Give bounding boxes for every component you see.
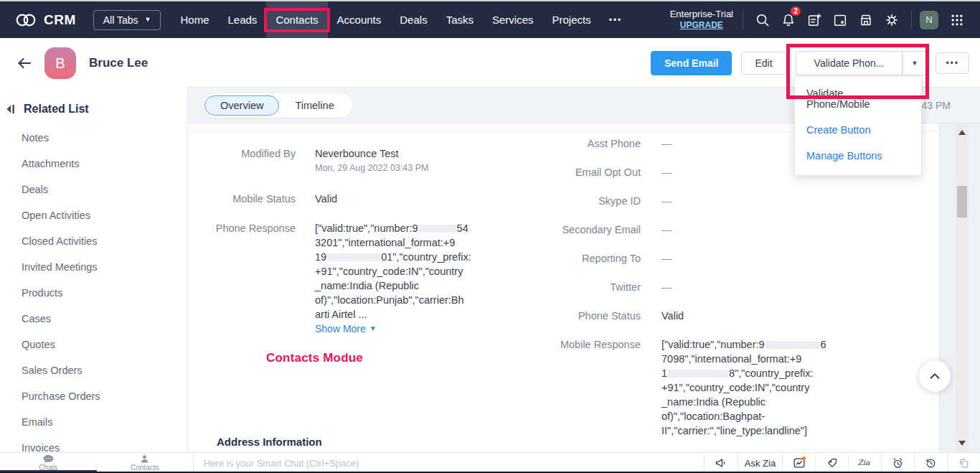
sidebar-item-products[interactable]: Products — [22, 288, 187, 299]
all-tabs-selector[interactable]: All Tabs ▼ — [93, 10, 161, 30]
modified-on-value: Mon, 29 Aug 2022 03:43 PM — [315, 163, 428, 173]
feed-plus-icon — [806, 12, 822, 28]
phone-response-value: ["valid:true","number:9543201","internat… — [315, 221, 471, 322]
scrollbar-down-arrow[interactable] — [958, 441, 966, 446]
settings-gear-icon — [884, 12, 900, 28]
chevron-down-icon: ▼ — [145, 17, 151, 23]
edit-button[interactable]: Edit — [741, 52, 786, 75]
sidebar-item-deals[interactable]: Deals — [22, 184, 187, 195]
contact-avatar[interactable]: B — [44, 47, 76, 79]
chevron-down-icon: ▼ — [911, 60, 918, 67]
field-row-twitter: Twitter — — [518, 280, 826, 309]
zia-insights-button[interactable] — [782, 453, 815, 473]
tab-timeline[interactable]: Timeline — [279, 95, 349, 116]
upgrade-link[interactable]: UPGRADE — [670, 20, 733, 31]
plan-info: Enterprise-Trial UPGRADE — [670, 9, 733, 31]
smart-chat-input[interactable] — [194, 458, 704, 469]
settings-button[interactable] — [879, 7, 905, 33]
address-information-header: Address Information — [217, 436, 322, 448]
phone-status-value: Valid — [661, 309, 684, 337]
collapse-panel-icon[interactable] — [6, 104, 15, 114]
chevron-down-icon: ▼ — [369, 325, 377, 332]
tag-icon — [826, 457, 838, 469]
zoho-logo-icon — [14, 11, 37, 29]
related-list-header: Related List — [6, 103, 187, 116]
bottom-tab-chats[interactable]: Chats — [0, 453, 97, 473]
sidebar-item-closed-activities[interactable]: Closed Activities — [22, 236, 187, 247]
tag-button[interactable] — [815, 453, 848, 473]
reminders-button[interactable] — [881, 453, 914, 473]
chevron-up-icon — [927, 368, 943, 384]
nav-tab-leads[interactable]: Leads — [219, 1, 267, 38]
sidebar-item-purchase-orders[interactable]: Purchase Orders — [22, 391, 187, 402]
copy-stack-icon — [958, 457, 970, 469]
marketplace-icon — [858, 12, 874, 28]
field-row-secondary-email: Secondary Email — — [518, 223, 826, 251]
sidebar-item-invoices[interactable]: Invoices — [22, 443, 187, 452]
history-icon — [925, 457, 937, 469]
dropdown-item-validate-phone-mobile[interactable]: Validate Phone/Mobile — [795, 83, 921, 115]
zia-signature-button[interactable]: Zia — [848, 453, 881, 473]
calendar-button[interactable] — [827, 7, 853, 33]
show-more-link[interactable]: Show More ▼ — [315, 323, 377, 334]
dropdown-item-manage-buttons[interactable]: Manage Buttons — [795, 146, 921, 167]
annotation-contacts-module: Contacts Modue — [266, 351, 518, 365]
nav-tab-services[interactable]: Services — [483, 1, 543, 38]
ask-zia-button[interactable]: Ask Zia — [738, 453, 782, 473]
field-row-modified-by: Modified By Neverbounce Test Mon, 29 Aug… — [208, 146, 518, 173]
sidebar-item-attachments[interactable]: Attachments — [22, 159, 187, 169]
nav-more-tabs-button[interactable]: ••• — [600, 1, 631, 38]
notification-dot — [802, 456, 806, 460]
field-row-mobile-response: Mobile Response ["valid:true","number:96… — [518, 337, 826, 438]
sidebar-item-notes[interactable]: Notes — [22, 133, 187, 144]
nav-tab-contacts[interactable]: Contacts — [266, 1, 327, 38]
nav-tab-accounts[interactable]: Accounts — [328, 1, 391, 38]
sidebar-item-cases[interactable]: Cases — [22, 314, 187, 324]
send-email-button[interactable]: Send Email — [651, 51, 732, 75]
feed-plus-button[interactable] — [801, 7, 827, 33]
copy-button[interactable] — [947, 453, 980, 473]
calendar-icon — [832, 12, 848, 28]
bottom-tab-contacts[interactable]: Contacts — [97, 453, 194, 473]
sidebar-item-invited-meetings[interactable]: Invited Meetings — [22, 262, 187, 273]
mobile-response-value: ["valid:true","number:967098","internati… — [661, 337, 826, 438]
bottom-chat-bar: Chats Contacts Ask Zia — [0, 452, 980, 473]
nav-tab-deals[interactable]: Deals — [390, 1, 436, 38]
crm-logo[interactable]: CRM — [14, 1, 76, 38]
nav-tab-projects[interactable]: Projects — [543, 1, 600, 38]
apps-grid-icon — [950, 13, 964, 27]
scrollbar-thumb[interactable] — [957, 186, 967, 217]
validate-phone-button[interactable]: Validate Phon... — [796, 51, 903, 75]
notification-badge: 2 — [791, 6, 801, 16]
validate-phone-caret-button[interactable]: ▼ — [903, 51, 926, 75]
field-row-email-opt-out: Email Opt Out — — [518, 165, 826, 194]
page-title: Bruce Lee — [89, 56, 148, 70]
tab-overview[interactable]: Overview — [204, 95, 279, 116]
user-avatar[interactable]: N — [920, 11, 938, 29]
notifications-button[interactable]: 2 — [776, 7, 801, 33]
search-icon — [755, 12, 771, 28]
recent-items-button[interactable] — [914, 453, 947, 473]
sidebar-item-quotes[interactable]: Quotes — [22, 339, 187, 350]
nav-tab-tasks[interactable]: Tasks — [437, 1, 483, 38]
modified-by-value: Neverbounce Test — [315, 146, 428, 161]
megaphone-icon — [715, 457, 727, 469]
plan-name: Enterprise-Trial — [670, 9, 733, 20]
marketplace-button[interactable] — [853, 7, 879, 33]
mobile-status-value: Valid — [315, 192, 337, 206]
apps-grid-button[interactable] — [944, 7, 970, 33]
sidebar-item-sales-orders[interactable]: Sales Orders — [22, 365, 187, 376]
back-button[interactable] — [16, 55, 33, 72]
record-more-actions-button[interactable]: ••• — [936, 52, 969, 74]
scroll-to-top-button[interactable] — [919, 360, 951, 392]
sidebar-item-open-activities[interactable]: Open Activities — [22, 210, 187, 221]
zia-signature-icon: Zia — [857, 457, 874, 469]
dropdown-item-create-button[interactable]: Create Button — [795, 120, 921, 141]
announcements-button[interactable] — [705, 453, 738, 473]
sidebar-item-emails[interactable]: Emails — [22, 417, 187, 428]
search-button[interactable] — [750, 7, 776, 33]
validate-phone-dropdown-menu: Validate Phone/Mobile Create Button Mana… — [794, 76, 922, 176]
vertical-scrollbar[interactable] — [956, 124, 969, 451]
scrollbar-up-arrow[interactable] — [958, 130, 966, 135]
nav-tab-home[interactable]: Home — [171, 1, 218, 38]
